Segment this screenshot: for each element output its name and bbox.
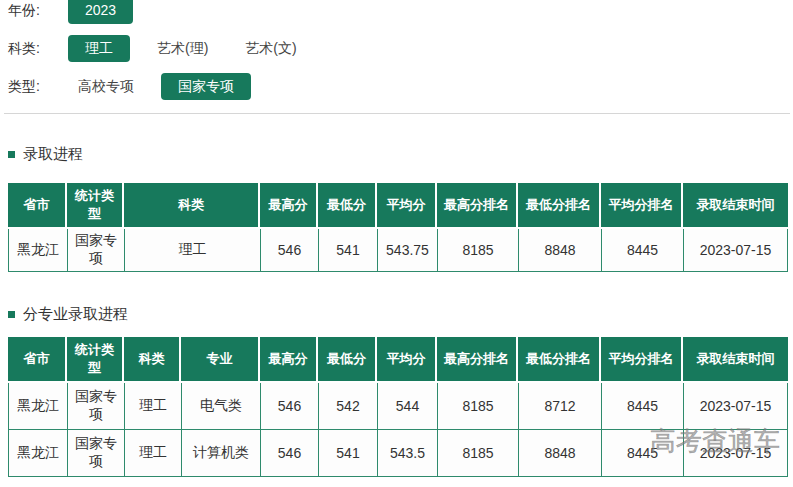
filter-option-selected[interactable]: 2023 (68, 0, 133, 24)
column-header: 科类 (124, 337, 181, 383)
table-cell: 2023-07-15 (683, 383, 788, 430)
table-cell: 8445 (601, 229, 683, 272)
column-header: 最低分 (318, 337, 377, 383)
table-cell: 黑龙江 (8, 229, 67, 272)
table-cell: 计算机类 (181, 430, 260, 477)
column-header: 录取结束时间 (683, 183, 788, 229)
table-cell: 国家专项 (67, 383, 124, 430)
filter-label-year: 年份: (8, 2, 68, 20)
table-row: 黑龙江国家专项理工546541543.758185884884452023-07… (8, 229, 788, 272)
table-cell: 2023-07-15 (683, 229, 788, 272)
filter-options-type: 高校专项国家专项 (68, 73, 268, 100)
table-cell: 8445 (601, 383, 683, 430)
table-header-row: 省市统计类型科类专业最高分最低分平均分最高分排名最低分排名平均分排名录取结束时间 (8, 337, 788, 383)
square-bullet-icon (8, 311, 15, 318)
table-header-row: 省市统计类型科类最高分最低分平均分最高分排名最低分排名平均分排名录取结束时间 (8, 183, 788, 229)
column-header: 最低分 (318, 183, 377, 229)
section-title-admission-progress: 录取进程 (8, 145, 793, 164)
table-cell: 544 (377, 383, 437, 430)
table-cell: 理工 (124, 229, 260, 272)
divider (4, 113, 790, 114)
table-cell: 8712 (518, 383, 601, 430)
table-cell: 543.5 (377, 430, 437, 477)
filter-option-selected[interactable]: 理工 (68, 35, 130, 62)
filter-option[interactable]: 高校专项 (68, 73, 144, 100)
table-cell: 542 (318, 383, 377, 430)
column-header: 录取结束时间 (683, 337, 788, 383)
column-header: 统计类型 (67, 183, 124, 229)
table-row: 黑龙江国家专项理工电气类5465425448185871284452023-07… (8, 383, 788, 430)
column-header: 专业 (181, 337, 260, 383)
filter-row-type: 类型: 高校专项国家专项 (8, 73, 793, 100)
major-admission-progress-table: 省市统计类型科类专业最高分最低分平均分最高分排名最低分排名平均分排名录取结束时间… (8, 337, 788, 477)
column-header: 最高分排名 (437, 183, 518, 229)
section-title-text: 分专业录取进程 (23, 305, 128, 324)
table-cell: 8848 (518, 430, 601, 477)
table-cell: 理工 (124, 383, 181, 430)
table-cell: 543.75 (377, 229, 437, 272)
filter-label-type: 类型: (8, 78, 68, 96)
column-header: 平均分排名 (601, 337, 683, 383)
column-header: 最高分 (260, 183, 318, 229)
table-cell: 2023-07-15 (683, 430, 788, 477)
column-header: 省市 (8, 337, 67, 383)
table-cell: 国家专项 (67, 430, 124, 477)
column-header: 最低分排名 (518, 337, 601, 383)
table-cell: 546 (260, 383, 318, 430)
section-title-text: 录取进程 (23, 145, 83, 164)
filter-option-selected[interactable]: 国家专项 (161, 73, 251, 100)
table-cell: 国家专项 (67, 229, 124, 272)
page: 年份: 2023 科类: 理工艺术(理)艺术(文) 类型: 高校专项国家专项 录… (0, 0, 793, 477)
table-cell: 8445 (601, 430, 683, 477)
table-cell: 8185 (437, 430, 518, 477)
table-cell: 黑龙江 (8, 383, 67, 430)
filter-option[interactable]: 艺术(文) (235, 35, 306, 62)
table-cell: 541 (318, 229, 377, 272)
filter-label-category: 科类: (8, 40, 68, 58)
filters-panel: 年份: 2023 科类: 理工艺术(理)艺术(文) 类型: 高校专项国家专项 (8, 0, 793, 100)
filter-options-year: 2023 (68, 0, 150, 24)
column-header: 最高分 (260, 337, 318, 383)
column-header: 科类 (124, 183, 260, 229)
table-cell: 546 (260, 229, 318, 272)
table-cell: 8185 (437, 383, 518, 430)
section-title-major-admission-progress: 分专业录取进程 (8, 305, 793, 324)
table-cell: 8185 (437, 229, 518, 272)
column-header: 省市 (8, 183, 67, 229)
table-cell: 8848 (518, 229, 601, 272)
column-header: 平均分 (377, 183, 437, 229)
column-header: 最低分排名 (518, 183, 601, 229)
admission-progress-table: 省市统计类型科类最高分最低分平均分最高分排名最低分排名平均分排名录取结束时间黑龙… (8, 183, 788, 272)
column-header: 平均分 (377, 337, 437, 383)
table-cell: 546 (260, 430, 318, 477)
column-header: 平均分排名 (601, 183, 683, 229)
table-cell: 黑龙江 (8, 430, 67, 477)
square-bullet-icon (8, 151, 15, 158)
column-header: 统计类型 (67, 337, 124, 383)
filter-options-category: 理工艺术(理)艺术(文) (68, 35, 324, 62)
filter-option[interactable]: 艺术(理) (147, 35, 218, 62)
table-row: 黑龙江国家专项理工计算机类546541543.58185884884452023… (8, 430, 788, 477)
table-cell: 理工 (124, 430, 181, 477)
table-cell: 电气类 (181, 383, 260, 430)
table-cell: 541 (318, 430, 377, 477)
filter-row-year: 年份: 2023 (8, 0, 793, 24)
column-header: 最高分排名 (437, 337, 518, 383)
filter-row-category: 科类: 理工艺术(理)艺术(文) (8, 35, 793, 62)
